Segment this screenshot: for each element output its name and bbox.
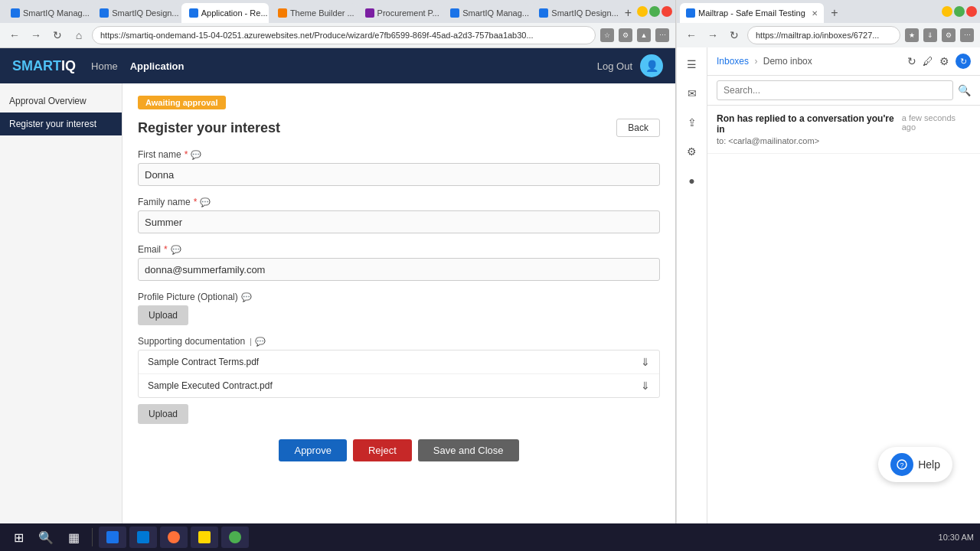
sidebar-item-register-interest[interactable]: Register your interest [0, 112, 122, 135]
tab-procurement[interactable]: Procurement P... ✕ [358, 3, 442, 23]
mailtrap-search-input[interactable] [717, 80, 953, 100]
mailtrap-settings-icon[interactable]: ⚙ [939, 55, 949, 67]
mailtrap-main: Inboxes › Demo inbox ↻ 🖊 ⚙ ↻ 🔍 [707, 47, 980, 551]
taskbar-app-firefox[interactable] [160, 527, 188, 548]
upload-docs-button[interactable]: Upload [138, 404, 188, 424]
first-name-group: First name * 💬 [138, 149, 660, 186]
logout-button[interactable]: Log Out [597, 60, 632, 72]
mailtrap-window-controls [942, 6, 977, 20]
mailtrap-address-input[interactable] [747, 26, 900, 44]
home-button[interactable]: ⌂ [70, 27, 87, 44]
taskbar-app-ie[interactable] [99, 527, 126, 548]
mailtrap-minimize[interactable] [942, 6, 952, 17]
outlook-icon [137, 531, 149, 543]
mailtrap-close[interactable] [966, 6, 977, 17]
mail-time: a few seconds ago [902, 113, 971, 132]
mailtrap-maximize[interactable] [954, 6, 965, 17]
nav-application[interactable]: Application [130, 60, 185, 72]
sidebar-item-approval-overview[interactable]: Approval Overview [0, 90, 122, 112]
mailtrap-compose-icon[interactable]: 🖊 [923, 55, 933, 67]
comment-icon[interactable]: 💬 [255, 337, 266, 347]
new-tab-button[interactable]: + [621, 4, 635, 22]
email-input[interactable] [138, 258, 660, 281]
upload-profile-button[interactable]: Upload [138, 305, 188, 325]
taskbar-app-extra[interactable] [221, 527, 249, 548]
mail-list-item[interactable]: Ron has replied to a conversation you're… [707, 106, 980, 154]
sidebar: Approval Overview Register your interest [0, 83, 122, 551]
breadcrumb-inboxes[interactable]: Inboxes [717, 56, 749, 67]
taskbar: ⊞ 🔍 ▦ 10:30 AM [0, 523, 980, 551]
nav-home[interactable]: Home [91, 60, 118, 72]
mailtrap-profile-icon[interactable]: ● [681, 170, 703, 191]
search-icon[interactable]: 🔍 [958, 84, 971, 96]
family-name-input[interactable] [138, 210, 660, 233]
tab-favicon [189, 8, 198, 18]
action-row: Approve Reject Save and Close [138, 439, 660, 461]
address-input[interactable] [92, 26, 596, 44]
forward-nav-button[interactable]: → [28, 27, 44, 44]
mailtrap-settings-gear-icon[interactable]: ⚙ [681, 141, 703, 162]
mailtrap-new-tab[interactable]: + [825, 4, 844, 22]
mailtrap-forward[interactable]: → [704, 27, 721, 44]
taskbar-right: 10:30 AM [939, 533, 974, 542]
tab-close[interactable]: ✕ [812, 9, 818, 18]
mailtrap-tab[interactable]: Mailtrap - Safe Email Testing ✕ [680, 3, 824, 23]
page-title-row: Register your interest Back [138, 119, 660, 137]
menu-icon[interactable]: ⋯ [655, 28, 669, 42]
mailtrap-download-icon[interactable]: ⇓ [923, 28, 937, 42]
mailtrap-inbox-icon[interactable]: ✉ [681, 83, 703, 104]
family-name-label: Family name * 💬 [138, 197, 660, 207]
comment-icon[interactable]: 💬 [171, 245, 181, 255]
mailtrap-header-icons: ↻ 🖊 ⚙ ↻ [907, 54, 971, 69]
svg-text:?: ? [900, 461, 904, 469]
mailtrap-header: Inboxes › Demo inbox ↻ 🖊 ⚙ ↻ [707, 47, 980, 76]
reject-button[interactable]: Reject [353, 439, 412, 461]
first-name-label: First name * 💬 [138, 149, 660, 160]
mailtrap-send-icon[interactable]: ⇪ [681, 112, 703, 133]
tab-application[interactable]: Application - Re... ✕ [181, 3, 269, 23]
tab-smartiq-design-1[interactable]: SmartIQ Design... ✕ [92, 3, 180, 23]
email-group: Email * 💬 [138, 244, 660, 281]
mailtrap-sync-icon[interactable]: ↻ [956, 54, 971, 69]
extensions-icon[interactable]: ⚙ [619, 28, 632, 42]
mailtrap-back[interactable]: ← [683, 27, 700, 44]
taskbar-app-outlook[interactable] [129, 527, 157, 548]
mailtrap-menu-sidebar-icon[interactable]: ☰ [681, 54, 703, 75]
mailtrap-refresh[interactable]: ↻ [726, 27, 743, 44]
approve-button[interactable]: Approve [279, 439, 346, 461]
first-name-input[interactable] [138, 163, 660, 186]
supporting-docs-label: Supporting documentation | 💬 [138, 336, 660, 347]
taskbar-app-folder[interactable] [191, 527, 218, 548]
save-and-close-button[interactable]: Save and Close [418, 439, 519, 461]
mailtrap-panel: Mailtrap - Safe Email Testing ✕ + ← → ↻ … [676, 0, 980, 551]
tab-smartiq-design-2[interactable]: SmartIQ Design... ✕ [531, 3, 619, 23]
mailtrap-refresh-inbox-icon[interactable]: ↻ [907, 55, 916, 67]
tab-smartiq-manage-1[interactable]: SmartIQ Manag... ✕ [3, 3, 90, 23]
comment-icon[interactable]: 💬 [191, 150, 201, 160]
file-list: Sample Contract Terms.pdf ⇓ Sample Execu… [138, 350, 660, 398]
refresh-button[interactable]: ↻ [49, 27, 66, 44]
mailtrap-extensions-icon[interactable]: ⚙ [942, 28, 956, 42]
taskview-button[interactable]: ▦ [61, 525, 86, 549]
mail-to: to: <carla@mailinator.com> [717, 136, 971, 145]
download-icon[interactable]: ⇓ [641, 356, 650, 368]
comment-icon[interactable]: 💬 [241, 292, 252, 302]
maximize-button[interactable] [649, 6, 660, 17]
profile-icon[interactable]: ▲ [637, 28, 651, 42]
tab-theme-builder[interactable]: Theme Builder ... ✕ [270, 3, 356, 23]
download-icon[interactable]: ⇓ [641, 380, 650, 392]
start-button[interactable]: ⊞ [6, 525, 31, 549]
tab-smartiq-manage-2[interactable]: SmartIQ Manag... ✕ [443, 3, 530, 23]
comment-icon[interactable]: 💬 [200, 197, 211, 207]
mailtrap-menu-icon[interactable]: ⋯ [960, 28, 974, 42]
back-button[interactable]: Back [616, 119, 660, 137]
close-button[interactable] [662, 6, 672, 17]
breadcrumb: Inboxes › Demo inbox [717, 56, 812, 67]
help-circle-icon: ? [890, 453, 913, 476]
status-badge: Awaiting approval [138, 96, 226, 109]
back-nav-button[interactable]: ← [6, 27, 23, 44]
minimize-button[interactable] [637, 6, 648, 17]
file-name: Sample Contract Terms.pdf [148, 357, 259, 367]
search-taskbar-button[interactable]: 🔍 [34, 525, 58, 549]
help-button[interactable]: ? Help [878, 447, 952, 482]
